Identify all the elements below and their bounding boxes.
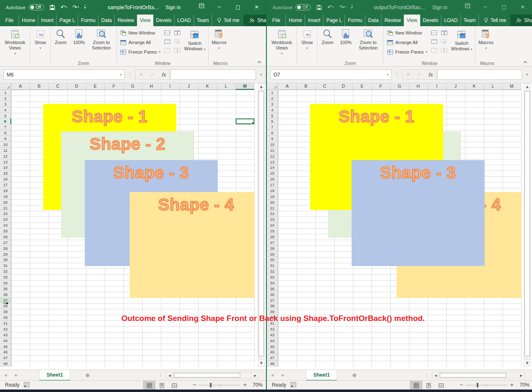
insert-function-button[interactable]: fx [158, 72, 169, 78]
unhide-button[interactable] [163, 47, 171, 54]
split-button[interactable] [430, 29, 438, 36]
formula-bar-handle[interactable]: ⋮ [125, 72, 135, 77]
horizontal-scroll-thumb[interactable] [440, 373, 506, 377]
macros-button[interactable]: Macros ▾ [209, 27, 229, 52]
zoom-level[interactable]: 70% [515, 382, 530, 388]
ribbon-tab-team[interactable]: Team [461, 15, 479, 26]
row-header-14[interactable]: 14 [0, 165, 11, 170]
row-header-22[interactable]: 22 [0, 211, 11, 217]
row-header-34[interactable]: 34 [267, 280, 278, 286]
row-header-31[interactable]: 31 [267, 263, 278, 269]
column-header-C[interactable]: C [49, 83, 67, 90]
row-header-4[interactable]: 4 [267, 107, 278, 113]
row-header-4[interactable]: 4 [0, 107, 11, 113]
formula-bar-expand-button[interactable]: ▾ [256, 73, 266, 76]
horizontal-scroll-track[interactable] [439, 372, 518, 378]
column-header-J[interactable]: J [446, 83, 465, 90]
show-button[interactable]: Show ▾ [298, 27, 316, 52]
horizontal-scroll-track[interactable] [173, 372, 252, 378]
row-header-20[interactable]: 20 [0, 200, 11, 205]
insert-function-button[interactable]: fx [425, 72, 436, 78]
ribbon-tab-view[interactable]: View [404, 15, 420, 26]
autosave-toggle[interactable]: Off [296, 4, 311, 10]
column-header-D[interactable]: D [67, 83, 86, 90]
synchronous-scrolling-button[interactable] [173, 38, 181, 45]
ribbon-tab-data[interactable]: Data [365, 15, 382, 26]
row-header-1[interactable]: 1 [267, 90, 278, 96]
row-header-6[interactable]: 6 [0, 118, 11, 124]
reset-window-position-button[interactable] [440, 47, 448, 54]
ribbon-tab-home[interactable]: Home [286, 15, 305, 26]
ribbon-tab-page-l[interactable]: Page L [323, 15, 345, 26]
row-header-42[interactable]: 42 [267, 326, 278, 332]
confirm-entry-button[interactable]: ✓ [147, 72, 158, 77]
column-header-L[interactable]: L [217, 83, 236, 90]
tell-me-button[interactable]: Tell me [213, 15, 244, 26]
row-header-34[interactable]: 34 [0, 280, 11, 286]
page-break-view-button[interactable] [168, 381, 180, 390]
row-header-45[interactable]: 45 [267, 344, 278, 350]
row-header-11[interactable]: 11 [0, 148, 11, 153]
row-header-20[interactable]: 20 [267, 200, 278, 205]
row-header-26[interactable]: 26 [0, 234, 11, 240]
row-header-12[interactable]: 12 [0, 153, 11, 159]
ribbon-tab-develo[interactable]: Develo [153, 15, 175, 26]
zoom-out-button[interactable]: − [459, 382, 464, 388]
minimize-button[interactable]: ─ [476, 0, 495, 15]
row-header-36[interactable]: 36 [0, 292, 11, 298]
row-header-30[interactable]: 30 [0, 257, 11, 263]
row-header-9[interactable]: 9 [267, 136, 278, 142]
row-header-23[interactable]: 23 [267, 217, 278, 222]
sheet-nav-left-icon[interactable]: ◀ [267, 373, 278, 377]
vertical-scrollbar[interactable]: ▲ ▼ [524, 83, 531, 367]
row-header-33[interactable]: 33 [267, 274, 278, 280]
row-header-25[interactable]: 25 [267, 228, 278, 234]
zoom-level[interactable]: 70% [248, 382, 263, 388]
sheet-nav-right-icon[interactable]: ▶ [11, 373, 22, 377]
row-header-27[interactable]: 27 [267, 240, 278, 246]
new-sheet-button[interactable]: ⊕ [85, 372, 90, 378]
row-header-40[interactable]: 40 [0, 315, 11, 321]
tab-bar-handle[interactable]: ⋮ [158, 372, 163, 378]
autosave-toggle[interactable]: Off [29, 4, 44, 10]
row-header-29[interactable]: 29 [267, 251, 278, 257]
customize-qat-button[interactable]: ▾ [351, 5, 353, 10]
ribbon-tab-view[interactable]: View [137, 15, 153, 26]
zoom-100-button[interactable]: 100 100% [70, 27, 88, 47]
row-header-45[interactable]: 45 [0, 344, 11, 350]
collapse-ribbon-button[interactable] [257, 59, 262, 64]
ribbon-tab-load[interactable]: LOAD [441, 15, 461, 26]
scroll-up-icon[interactable]: ▲ [258, 84, 264, 90]
column-header-I[interactable]: I [161, 83, 180, 90]
row-header-16[interactable]: 16 [267, 176, 278, 182]
column-header-I[interactable]: I [428, 83, 446, 90]
row-header-44[interactable]: 44 [267, 338, 278, 344]
freeze-panes-button[interactable]: Freeze Panes ▾ [120, 48, 160, 56]
row-header-32[interactable]: 32 [267, 269, 278, 274]
name-box[interactable]: M6▾ [3, 69, 125, 80]
maximize-button[interactable]: □ [229, 0, 247, 15]
ribbon-tab-data[interactable]: Data [99, 15, 115, 26]
zoom-out-button[interactable]: − [192, 382, 197, 388]
ribbon-display-options-button[interactable] [193, 0, 210, 15]
confirm-entry-button[interactable]: ✓ [414, 72, 425, 77]
row-header-30[interactable]: 30 [267, 257, 278, 263]
scroll-up-icon[interactable]: ▲ [524, 84, 530, 90]
scroll-down-icon[interactable]: ▼ [258, 360, 264, 366]
row-header-2[interactable]: 2 [267, 96, 278, 101]
unhide-button[interactable] [430, 47, 438, 54]
row-header-28[interactable]: 28 [267, 246, 278, 251]
vertical-scroll-thumb[interactable] [525, 91, 530, 356]
switch-windows-button[interactable]: Switch Windows ▾ [182, 28, 207, 54]
row-header-46[interactable]: 46 [267, 349, 278, 355]
horizontal-scroll-thumb[interactable] [174, 373, 240, 377]
row-header-48[interactable]: 48 [267, 361, 278, 367]
ribbon-tab-load[interactable]: LOAD [175, 15, 194, 26]
grid-cells[interactable]: Shape - 1Shape - 2Shape - 3Shape - 4 [278, 90, 522, 367]
row-header-15[interactable]: 15 [267, 170, 278, 176]
normal-view-button[interactable] [410, 381, 422, 390]
zoom-slider-thumb[interactable] [210, 383, 212, 387]
reset-window-position-button[interactable] [173, 47, 181, 54]
ribbon-tab-insert[interactable]: Insert [38, 15, 57, 26]
ribbon-tab-page-l[interactable]: Page L [57, 15, 78, 26]
